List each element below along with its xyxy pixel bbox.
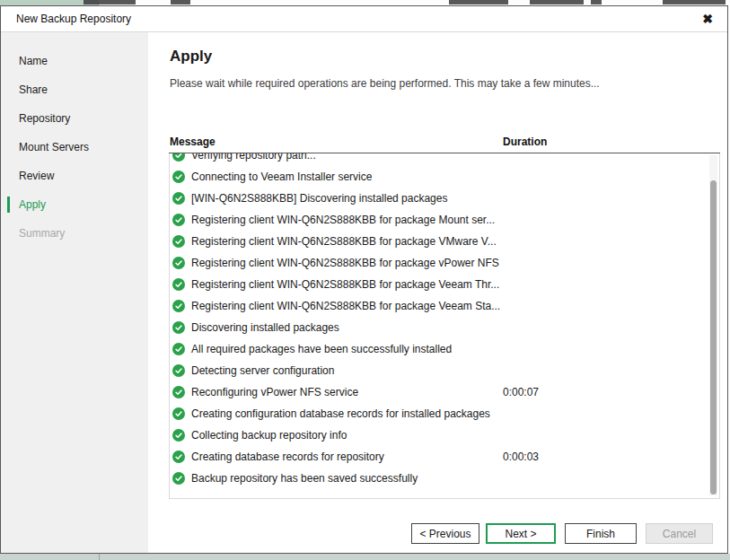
message-text: Creating configuration database records …: [191, 407, 490, 420]
message-list-rows: Verifying repository path... Connecting …: [170, 153, 719, 489]
clipped-background-text: [591, 0, 602, 4]
close-icon[interactable]: ✖: [699, 11, 716, 27]
success-check-icon: [172, 278, 185, 291]
message-text: Connecting to Veeam Installer service: [191, 171, 372, 183]
clipped-background-text: [84, 0, 136, 4]
next-button[interactable]: Next >: [486, 523, 556, 544]
success-check-icon: [172, 429, 185, 442]
success-check-icon: [172, 214, 185, 226]
message-text: Discovering installed packages: [191, 321, 339, 334]
message-text: Registering client WIN-Q6N2S888KBB for p…: [191, 214, 495, 226]
sidebar-item-review: Review: [1, 162, 148, 190]
success-check-icon: [172, 407, 185, 420]
page-subtitle: Please wait while required operations ar…: [170, 77, 600, 90]
table-row: [WIN-Q6N2S888KBB] Discovering installed …: [170, 188, 719, 209]
table-row: Registering client WIN-Q6N2S888KBB for p…: [170, 252, 719, 274]
table-row: All required packages have been successf…: [170, 338, 719, 360]
duration-text: 0:00:07: [503, 386, 539, 398]
page-title: Apply: [170, 48, 212, 66]
clipped-background-text: [171, 0, 190, 4]
dialog-title: New Backup Repository: [16, 6, 131, 32]
table-row: Collecting backup repository info: [170, 424, 719, 446]
sidebar-item-name: Name: [1, 47, 148, 75]
table-row: Registering client WIN-Q6N2S888KBB for p…: [170, 295, 719, 317]
sidebar-item-share: Share: [1, 75, 148, 104]
table-row: Backup repository has been saved success…: [170, 468, 719, 489]
sidebar-item-mount-servers: Mount Servers: [1, 133, 148, 162]
background-window-bottom-edge: [0, 554, 730, 560]
message-text: [WIN-Q6N2S888KBB] Discovering installed …: [191, 192, 447, 205]
table-row: Registering client WIN-Q6N2S888KBB for p…: [170, 274, 719, 295]
table-row: Creating configuration database records …: [170, 403, 719, 424]
table-row: Registering client WIN-Q6N2S888KBB for p…: [170, 231, 719, 252]
duration-text: 0:00:03: [503, 451, 539, 463]
table-row: Creating database records for repository…: [170, 446, 719, 468]
sidebar-item-repository: Repository: [1, 104, 148, 133]
cancel-button: Cancel: [646, 523, 713, 544]
success-check-icon: [172, 257, 185, 269]
table-row: Connecting to Veeam Installer service: [170, 166, 719, 188]
message-text: Reconfiguring vPower NFS service: [191, 386, 358, 398]
message-text: Verifying repository path...: [191, 153, 316, 162]
success-check-icon: [172, 364, 185, 377]
wizard-content: Apply Please wait while required operati…: [148, 32, 727, 553]
message-text: Detecting server configuration: [191, 364, 334, 377]
table-row: Reconfiguring vPower NFS service 0:00:07: [170, 381, 719, 403]
success-check-icon: [172, 171, 185, 183]
success-check-icon: [172, 451, 185, 463]
success-check-icon: [172, 235, 185, 248]
dialog-titlebar: New Backup Repository ✖: [1, 6, 727, 32]
table-row: Detecting server configuration: [170, 360, 719, 381]
message-list: Verifying repository path... Connecting …: [169, 153, 720, 499]
success-check-icon: [172, 192, 185, 205]
column-header-duration: Duration: [503, 136, 547, 148]
previous-button[interactable]: < Previous: [411, 523, 479, 544]
message-text: Backup repository has been saved success…: [191, 472, 418, 485]
success-check-icon: [172, 343, 185, 355]
message-text: Registering client WIN-Q6N2S888KBB for p…: [191, 300, 500, 312]
clipped-background-text: [530, 0, 584, 4]
success-check-icon: [172, 472, 185, 485]
progress-table: Message Duration Verifying repository pa…: [169, 131, 720, 499]
column-header-message: Message: [170, 136, 215, 148]
success-check-icon: [172, 153, 185, 162]
message-text: Collecting backup repository info: [191, 429, 347, 442]
table-row: Registering client WIN-Q6N2S888KBB for p…: [170, 209, 719, 231]
background-divider: [99, 554, 100, 560]
message-text: All required packages have been successf…: [191, 343, 452, 355]
wizard-steps: NameShareRepositoryMount ServersReviewAp…: [1, 32, 148, 553]
message-text: Registering client WIN-Q6N2S888KBB for p…: [191, 235, 497, 248]
vertical-scrollbar[interactable]: [709, 155, 717, 495]
success-check-icon: [172, 386, 185, 398]
success-check-icon: [172, 321, 185, 334]
finish-button[interactable]: Finish: [565, 523, 637, 544]
message-text: Creating database records for repository: [191, 451, 384, 463]
scrollbar-thumb[interactable]: [710, 180, 717, 494]
new-backup-repository-dialog: New Backup Repository ✖ NameShareReposit…: [0, 5, 728, 554]
clipped-background-text: [449, 0, 508, 4]
clipped-background-text: [663, 0, 726, 4]
sidebar-item-apply: Apply: [1, 190, 148, 219]
success-check-icon: [172, 300, 185, 312]
message-text: Registering client WIN-Q6N2S888KBB for p…: [191, 257, 499, 269]
progress-table-header: Message Duration: [169, 131, 720, 153]
table-row: Verifying repository path...: [170, 153, 719, 166]
message-text: Registering client WIN-Q6N2S888KBB for p…: [191, 278, 499, 291]
table-row: Discovering installed packages: [170, 317, 719, 338]
sidebar-item-summary: Summary: [1, 219, 148, 248]
